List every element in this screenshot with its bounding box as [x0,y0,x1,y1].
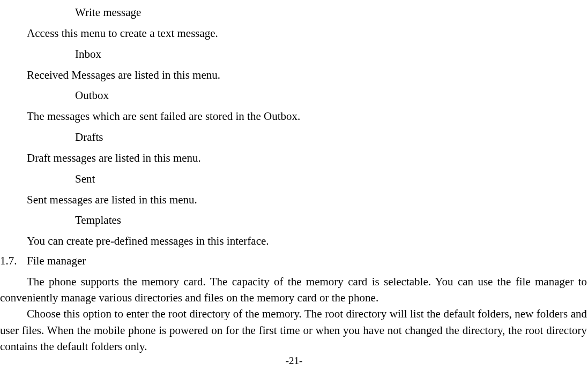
item-heading: Sent [0,169,588,190]
section-title: File manager [27,253,588,269]
item-description: Sent messages are listed in this menu. [0,190,588,210]
body-paragraph: The phone supports the memory card. The … [0,269,588,306]
section-heading-row: 1.7. File manager [0,252,588,269]
item-heading: Templates [0,210,588,231]
item-heading: Outbox [0,85,588,106]
page-number: -21- [0,355,588,367]
item-description: Received Messages are listed in this men… [0,65,588,86]
section-number: 1.7. [0,253,27,269]
document-page: Write message Access this menu to create… [0,0,588,355]
item-description: Draft messages are listed in this menu. [0,148,588,169]
item-heading: Inbox [0,44,588,65]
item-description: Access this menu to create a text messag… [0,23,588,44]
item-description: You can create pre-defined messages in t… [0,231,588,252]
item-heading: Write message [0,2,588,23]
body-paragraph: Choose this option to enter the root dir… [0,306,588,354]
item-heading: Drafts [0,127,588,148]
item-description: The messages which are sent failed are s… [0,106,588,127]
